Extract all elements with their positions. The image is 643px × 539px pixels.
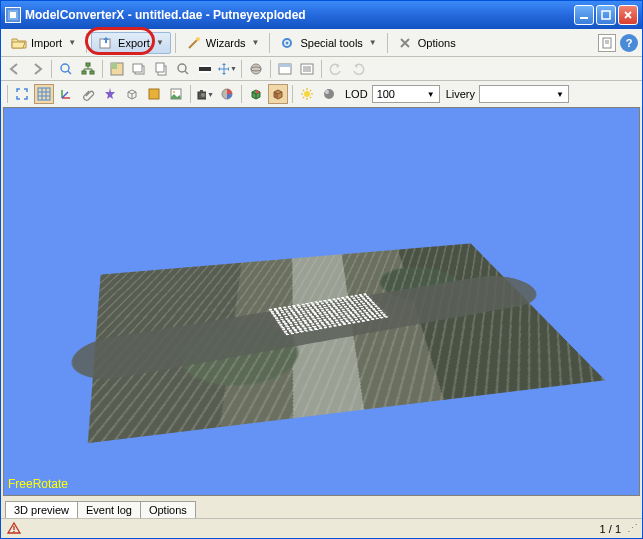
camera-button[interactable]: ▼ [195,84,215,104]
fullscreen-button[interactable] [12,84,32,104]
lod-label: LOD [345,88,368,100]
svg-rect-19 [133,64,142,72]
import-menu[interactable]: Import ▼ [5,33,82,53]
svg-line-57 [303,90,304,91]
wizards-label: Wizards [206,37,246,49]
svg-rect-2 [580,17,588,19]
svg-point-47 [173,91,175,93]
svg-point-61 [324,89,334,99]
titlebar: ModelConverterX - untitled.dae - Putneye… [1,1,642,29]
color-picker-button[interactable] [217,84,237,104]
svg-line-60 [303,97,304,98]
terrain-model [87,243,604,443]
help-button[interactable]: ? [620,34,638,52]
axes-button[interactable] [56,84,76,104]
view-mode-label: FreeRotate [8,477,68,491]
image-button[interactable] [166,84,186,104]
menubar: Import ▼ Export ▼ Wizards ▼ Special tool… [1,29,642,57]
cube-color-button[interactable] [246,84,266,104]
import-label: Import [31,37,62,49]
maximize-button[interactable] [596,5,616,25]
cube-shaded-button[interactable] [268,84,288,104]
sphere-button[interactable] [319,84,339,104]
sun-button[interactable] [297,84,317,104]
statusbar: 1 / 1 ⋰ [1,518,642,538]
lod-combo[interactable]: 100 ▼ [372,85,440,103]
close-button[interactable] [618,5,638,25]
tab-event-log[interactable]: Event log [77,501,141,518]
zoom-fit-button[interactable] [56,59,76,79]
separator [387,33,388,53]
materials-button[interactable] [107,59,127,79]
svg-rect-45 [149,89,159,99]
separator [51,60,52,78]
special-tools-label: Special tools [300,37,362,49]
tab-options[interactable]: Options [140,501,196,518]
wizard-wand-icon [186,35,202,51]
svg-line-59 [310,90,311,91]
separator [175,33,176,53]
export-label: Export [118,37,150,49]
effects-button[interactable] [100,84,120,104]
back-button[interactable] [5,59,25,79]
resize-grip[interactable]: ⋰ [627,522,636,535]
warning-icon[interactable] [7,521,21,537]
box-wireframe-button[interactable] [122,84,142,104]
forward-button[interactable] [27,59,47,79]
chevron-down-icon: ▼ [369,38,377,47]
search-button[interactable] [173,59,193,79]
chevron-down-icon: ▼ [252,38,260,47]
hierarchy-button[interactable] [78,59,98,79]
wizards-menu[interactable]: Wizards ▼ [180,33,266,53]
tab-3d-preview[interactable]: 3D preview [5,501,78,518]
svg-rect-26 [199,71,211,73]
separator [241,60,242,78]
svg-point-22 [178,64,186,72]
separator [292,85,293,103]
globe-button[interactable] [246,59,266,79]
layers-button[interactable] [129,59,149,79]
special-tools-menu[interactable]: Special tools ▼ [274,33,382,53]
livery-combo[interactable]: ▼ [479,85,569,103]
texture-button[interactable] [144,84,164,104]
chevron-down-icon: ▼ [156,38,164,47]
svg-point-64 [13,530,15,532]
panel-button[interactable] [275,59,295,79]
move-tool-button[interactable]: ▼ [217,59,237,79]
svg-rect-32 [279,64,291,67]
svg-rect-25 [199,65,211,67]
export-menu[interactable]: Export ▼ [91,32,171,54]
grid-button[interactable] [34,84,54,104]
app-icon [5,7,21,23]
separator [269,33,270,53]
copy-button[interactable] [151,59,171,79]
attach-button[interactable] [78,84,98,104]
svg-point-11 [61,64,69,72]
chevron-down-icon: ▼ [556,90,564,99]
svg-point-49 [201,93,205,97]
separator [190,85,191,103]
options-label: Options [418,37,456,49]
window-title: ModelConverterX - untitled.dae - Putneye… [25,8,574,22]
svg-rect-17 [111,63,117,69]
movie-button[interactable] [195,59,215,79]
3d-viewport[interactable]: FreeRotate [3,107,640,496]
toolbar-view: ▼ LOD 100 ▼ Livery ▼ [1,81,642,107]
options-menu[interactable]: Options [392,33,462,53]
undo-button[interactable] [326,59,346,79]
svg-rect-21 [156,63,164,72]
svg-line-44 [62,92,68,98]
svg-point-29 [251,64,261,74]
svg-rect-15 [90,71,94,74]
redo-button[interactable] [348,59,368,79]
doc-button[interactable] [598,34,616,52]
gear-icon [280,35,296,51]
svg-rect-3 [602,11,610,19]
svg-rect-50 [200,90,203,92]
minimize-button[interactable] [574,5,594,25]
separator [86,33,87,53]
svg-rect-13 [86,63,90,66]
list-button[interactable] [297,59,317,79]
bottom-tabs: 3D preview Event log Options [1,496,642,518]
export-icon [98,35,114,51]
